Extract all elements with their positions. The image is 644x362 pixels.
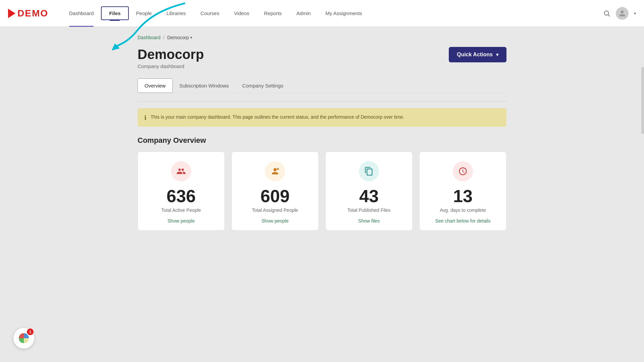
logo-text: DEMO (17, 8, 48, 19)
stat-card-assigned-people: 609 Total Assigned People Show people (231, 152, 319, 231)
breadcrumb-separator: / (163, 35, 165, 40)
stat-card-active-people: 636 Total Active People Show people (138, 152, 225, 231)
nav-item-files[interactable]: Files (101, 6, 128, 20)
stat-icon-active-people (171, 161, 191, 181)
quick-actions-chevron-icon: ▾ (496, 52, 498, 57)
logo-triangle-icon (8, 9, 15, 18)
page-header: Democorp Company dashboard Quick Actions… (138, 47, 506, 69)
stat-label-active-people: Total Active People (161, 207, 201, 213)
divider (138, 101, 506, 102)
nav-item-my-assignments[interactable]: My Assignments (318, 0, 369, 27)
nav-item-dashboard[interactable]: Dashboard (62, 0, 101, 27)
stat-icon-assigned-people (265, 161, 285, 181)
notification-widget[interactable]: 1 (13, 328, 34, 349)
nav-links: Dashboard Files People Libraries Courses… (62, 0, 603, 27)
page-subtitle: Company dashboard (138, 63, 204, 69)
navbar: DEMO Dashboard Files People Libraries Co… (0, 0, 644, 27)
info-icon: ℹ (144, 114, 147, 121)
tab-overview[interactable]: Overview (138, 78, 173, 93)
nav-item-people[interactable]: People (129, 0, 159, 27)
company-overview-title: Company Overview (138, 136, 506, 145)
nav-right: ▾ (603, 7, 636, 20)
notification-badge: 1 (27, 328, 34, 335)
logo[interactable]: DEMO (8, 8, 48, 19)
stat-label-published-files: Total Published Files (347, 207, 390, 213)
stat-link-published-files[interactable]: Show files (358, 218, 380, 224)
quick-actions-button[interactable]: Quick Actions ▾ (449, 47, 506, 62)
stat-card-avg-days: 13 Avg. days to complete See chart below… (419, 152, 506, 231)
stat-icon-avg-days (453, 161, 473, 181)
stat-link-active-people[interactable]: Show people (168, 218, 195, 224)
stat-link-avg-days[interactable]: See chart below for details (435, 218, 491, 224)
search-icon[interactable] (603, 10, 610, 17)
stat-label-avg-days: Avg. days to complete (440, 207, 486, 213)
breadcrumb-current: Democorp ▾ (167, 35, 192, 40)
tab-subscription-windows[interactable]: Subscription Windows (173, 78, 236, 93)
page-title: Democorp (138, 47, 204, 62)
stat-card-published-files: 43 Total Published Files Show files (325, 152, 413, 231)
page-title-group: Democorp Company dashboard (138, 47, 204, 69)
breadcrumb-chevron-icon[interactable]: ▾ (190, 35, 192, 40)
svg-line-1 (608, 15, 610, 16)
stat-icon-published-files (359, 161, 379, 181)
stat-number-assigned-people: 609 (261, 187, 290, 205)
svg-point-0 (604, 11, 609, 15)
avatar[interactable] (616, 7, 629, 20)
avatar-chevron-icon[interactable]: ▾ (634, 11, 636, 16)
info-banner-text: This is your main company dashboard. Thi… (151, 114, 404, 121)
nav-item-courses[interactable]: Courses (193, 0, 227, 27)
stat-number-published-files: 43 (359, 187, 379, 205)
scrollbar[interactable] (641, 67, 644, 134)
info-banner: ℹ This is your main company dashboard. T… (138, 108, 506, 127)
stat-number-avg-days: 13 (453, 187, 473, 205)
breadcrumb: Dashboard / Democorp ▾ (138, 35, 506, 40)
stat-number-active-people: 636 (167, 187, 196, 205)
tab-company-settings[interactable]: Company Settings (235, 78, 290, 93)
nav-item-admin[interactable]: Admin (289, 0, 318, 27)
main-content: Dashboard / Democorp ▾ Democorp Company … (131, 27, 513, 239)
svg-marker-2 (110, 43, 120, 51)
stat-label-assigned-people: Total Assigned People (252, 207, 298, 213)
tabs: Overview Subscription Windows Company Se… (138, 78, 506, 93)
nav-item-reports[interactable]: Reports (257, 0, 289, 27)
stats-grid: 636 Total Active People Show people 609 … (138, 152, 506, 231)
breadcrumb-dashboard[interactable]: Dashboard (138, 35, 161, 40)
nav-item-libraries[interactable]: Libraries (159, 0, 193, 27)
nav-item-videos[interactable]: Videos (227, 0, 257, 27)
stat-link-assigned-people[interactable]: Show people (262, 218, 289, 224)
